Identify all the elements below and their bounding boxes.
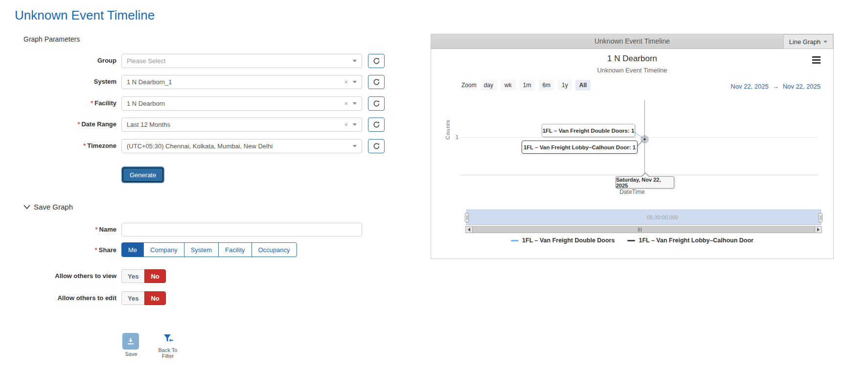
chevron-down-icon bbox=[823, 41, 827, 43]
x-axis-tooltip: Saturday, Nov 22, 2025 bbox=[616, 176, 674, 188]
system-refresh-button[interactable] bbox=[368, 75, 385, 89]
legend-label: 1FL – Van Freight Lobby–Calhoun Door bbox=[639, 237, 754, 244]
chevron-down-icon[interactable] bbox=[353, 81, 357, 83]
chevron-down-icon bbox=[23, 205, 30, 209]
allow-view-yes-button[interactable]: Yes bbox=[121, 269, 144, 283]
tooltip-series-2: 1FL – Van Freight Lobby–Calhoun Door: 1 bbox=[522, 141, 638, 154]
chart-panel: Unknown Event Timeline Line Graph 1 N De… bbox=[431, 34, 834, 259]
share-option-me[interactable]: Me bbox=[121, 242, 144, 257]
chevron-down-icon[interactable] bbox=[353, 60, 357, 62]
date-range-value: Last 12 Months bbox=[127, 121, 344, 128]
system-select[interactable]: 1 N Dearborn_1 × bbox=[121, 75, 362, 89]
navigator-band[interactable]: 05:30:00.000 bbox=[466, 210, 821, 225]
group-refresh-button[interactable] bbox=[368, 54, 385, 68]
share-option-occupancy[interactable]: Occupancy bbox=[251, 242, 297, 257]
clear-icon[interactable]: × bbox=[344, 121, 348, 128]
tooltip-notch bbox=[642, 173, 649, 177]
required-asterisk: * bbox=[95, 226, 98, 233]
graph-type-label: Line Graph bbox=[789, 38, 821, 46]
allow-edit-yes-button[interactable]: Yes bbox=[121, 291, 144, 305]
zoom-1y-button[interactable]: 1y bbox=[558, 80, 572, 91]
chart-context-menu-button[interactable] bbox=[812, 56, 821, 65]
x-axis-title: DateTime bbox=[431, 188, 833, 195]
timezone-refresh-button[interactable] bbox=[368, 139, 385, 153]
clear-icon[interactable]: × bbox=[344, 78, 348, 86]
zoom-1m-button[interactable]: 1m bbox=[519, 80, 535, 91]
chevron-down-icon[interactable] bbox=[353, 123, 357, 126]
name-input[interactable] bbox=[121, 223, 362, 236]
date-range-refresh-button[interactable] bbox=[368, 118, 385, 132]
refresh-icon bbox=[373, 100, 380, 107]
facility-refresh-button[interactable] bbox=[368, 96, 385, 111]
range-selector[interactable]: Nov 22, 2025 → Nov 22, 2025 bbox=[731, 83, 821, 90]
navigator-left-handle[interactable] bbox=[465, 213, 469, 222]
chart-panel-title: Unknown Event Timeline bbox=[431, 37, 833, 45]
x-axis-line bbox=[460, 175, 818, 175]
legend-item-series-1[interactable]: 1FL – Van Freight Double Doors bbox=[511, 237, 615, 244]
download-save-icon bbox=[126, 337, 135, 346]
zoom-all-button[interactable]: All bbox=[575, 80, 591, 91]
range-arrow: → bbox=[773, 83, 779, 90]
y-axis-tick: 1 bbox=[454, 134, 458, 140]
required-asterisk: * bbox=[91, 99, 93, 107]
graph-parameters-heading: Graph Parameters bbox=[23, 35, 80, 43]
allow-view-toggle: Yes No bbox=[121, 269, 166, 283]
triangle-left-icon bbox=[468, 228, 470, 232]
data-point-marker[interactable] bbox=[643, 138, 646, 141]
group-select[interactable]: Please Select bbox=[121, 54, 362, 68]
range-from[interactable]: Nov 22, 2025 bbox=[731, 83, 768, 90]
share-option-system[interactable]: System bbox=[184, 242, 219, 257]
scrollbar-right-arrow[interactable] bbox=[815, 227, 822, 233]
date-range-select[interactable]: Last 12 Months × bbox=[121, 118, 362, 132]
scrollbar-grip[interactable] bbox=[638, 228, 641, 232]
zoom-6m-button[interactable]: 6m bbox=[538, 80, 554, 91]
legend-label: 1FL – Van Freight Double Doors bbox=[522, 237, 615, 244]
chart-scrollbar[interactable] bbox=[465, 226, 822, 233]
save-button-caption: Save bbox=[122, 351, 140, 357]
share-label: *Share bbox=[15, 246, 116, 254]
back-to-filter-button[interactable]: Back To Filter bbox=[156, 334, 180, 359]
allow-edit-toggle: Yes No bbox=[121, 291, 166, 305]
facility-value: 1 N Dearborn bbox=[127, 100, 344, 107]
timezone-label: *Timezone bbox=[15, 142, 116, 149]
zoom-day-button[interactable]: day bbox=[480, 80, 497, 91]
group-label: Group bbox=[15, 57, 116, 64]
clear-icon[interactable]: × bbox=[344, 100, 348, 107]
system-value: 1 N Dearborn_1 bbox=[127, 78, 344, 86]
system-label: System bbox=[15, 78, 116, 85]
refresh-icon bbox=[373, 121, 380, 128]
gridline bbox=[460, 137, 818, 138]
save-graph-toggle[interactable]: Save Graph bbox=[23, 203, 73, 211]
required-asterisk: * bbox=[83, 142, 86, 149]
save-button[interactable]: Save bbox=[122, 333, 140, 357]
chevron-down-icon[interactable] bbox=[353, 145, 357, 147]
timezone-select[interactable]: (UTC+05:30) Chennai, Kolkata, Mumbai, Ne… bbox=[121, 139, 362, 153]
chevron-down-icon[interactable] bbox=[353, 102, 357, 105]
allow-view-no-button[interactable]: No bbox=[144, 269, 165, 283]
allow-edit-no-button[interactable]: No bbox=[144, 291, 165, 305]
refresh-icon bbox=[373, 78, 380, 86]
y-axis-title: Counts bbox=[445, 119, 451, 140]
navigator-right-handle[interactable] bbox=[819, 213, 822, 222]
chart-legend: 1FL – Van Freight Double Doors 1FL – Van… bbox=[431, 237, 833, 244]
generate-button[interactable]: Generate bbox=[122, 167, 163, 182]
triangle-right-icon bbox=[817, 228, 820, 232]
required-asterisk: * bbox=[95, 246, 97, 254]
navigator-time-label: 05:30:00.000 bbox=[647, 214, 678, 220]
share-option-company[interactable]: Company bbox=[143, 242, 184, 257]
date-range-label: *Date Range bbox=[15, 120, 116, 128]
name-label: *Name bbox=[15, 226, 116, 233]
zoom-wk-button[interactable]: wk bbox=[501, 80, 516, 91]
scrollbar-left-arrow[interactable] bbox=[466, 227, 473, 233]
tooltip-series-1: 1FL – Van Freight Double Doors: 1 bbox=[542, 124, 635, 137]
legend-item-series-2[interactable]: 1FL – Van Freight Lobby–Calhoun Door bbox=[627, 237, 754, 244]
share-button-group: Me Company System Facility Occupancy bbox=[121, 242, 297, 257]
facility-select[interactable]: 1 N Dearborn × bbox=[121, 96, 362, 111]
allow-view-label: Allow others to view bbox=[15, 272, 116, 280]
range-to[interactable]: Nov 22, 2025 bbox=[783, 83, 821, 90]
timezone-value: (UTC+05:30) Chennai, Kolkata, Mumbai, Ne… bbox=[127, 142, 353, 150]
save-graph-heading: Save Graph bbox=[34, 203, 73, 211]
share-option-facility[interactable]: Facility bbox=[218, 242, 251, 257]
legend-line-icon bbox=[627, 240, 635, 241]
graph-type-dropdown[interactable]: Line Graph bbox=[783, 34, 833, 49]
